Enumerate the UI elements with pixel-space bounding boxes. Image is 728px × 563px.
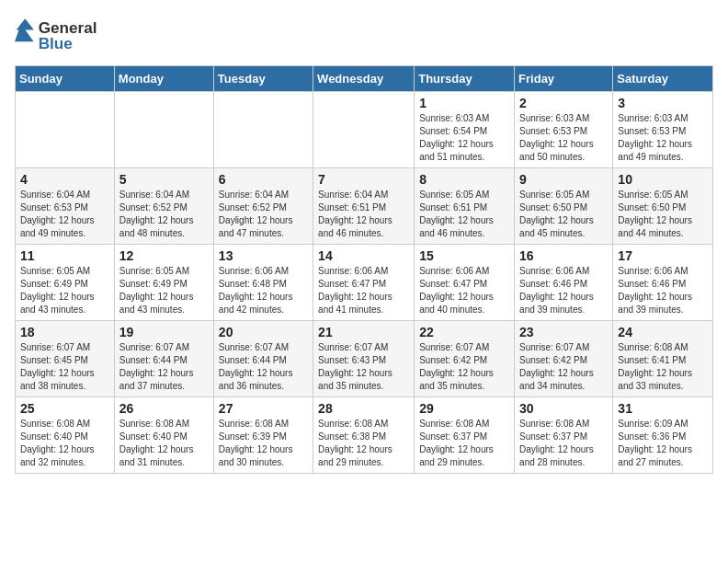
calendar-cell: 5Sunrise: 6:04 AM Sunset: 6:52 PM Daylig… <box>114 168 213 245</box>
calendar-cell: 19Sunrise: 6:07 AM Sunset: 6:44 PM Dayli… <box>114 321 213 397</box>
day-detail: Sunrise: 6:03 AM Sunset: 6:54 PM Dayligh… <box>419 112 509 164</box>
calendar-cell: 2Sunrise: 6:03 AM Sunset: 6:53 PM Daylig… <box>515 92 613 168</box>
calendar-cell: 31Sunrise: 6:09 AM Sunset: 6:36 PM Dayli… <box>613 397 713 474</box>
weekday-header-row: SundayMondayTuesdayWednesdayThursdayFrid… <box>16 66 713 92</box>
day-number: 19 <box>119 325 209 339</box>
week-row-5: 25Sunrise: 6:08 AM Sunset: 6:40 PM Dayli… <box>16 397 713 474</box>
day-detail: Sunrise: 6:04 AM Sunset: 6:52 PM Dayligh… <box>119 189 209 240</box>
day-detail: Sunrise: 6:07 AM Sunset: 6:42 PM Dayligh… <box>519 341 608 393</box>
day-number: 7 <box>318 172 409 187</box>
calendar-cell: 10Sunrise: 6:05 AM Sunset: 6:50 PM Dayli… <box>613 168 713 245</box>
day-detail: Sunrise: 6:04 AM Sunset: 6:51 PM Dayligh… <box>318 189 409 240</box>
day-detail: Sunrise: 6:06 AM Sunset: 6:47 PM Dayligh… <box>419 265 509 316</box>
day-number: 3 <box>618 96 708 110</box>
calendar-cell: 24Sunrise: 6:08 AM Sunset: 6:41 PM Dayli… <box>613 321 713 397</box>
weekday-wednesday: Wednesday <box>313 66 415 92</box>
day-number: 22 <box>419 325 509 339</box>
day-number: 16 <box>519 248 608 263</box>
day-detail: Sunrise: 6:05 AM Sunset: 6:49 PM Dayligh… <box>20 265 109 316</box>
day-detail: Sunrise: 6:07 AM Sunset: 6:44 PM Dayligh… <box>219 341 308 393</box>
day-number: 23 <box>519 325 608 339</box>
logo: General Blue <box>15 15 125 56</box>
day-detail: Sunrise: 6:07 AM Sunset: 6:42 PM Dayligh… <box>419 341 509 393</box>
day-detail: Sunrise: 6:05 AM Sunset: 6:51 PM Dayligh… <box>419 189 509 240</box>
calendar-cell: 9Sunrise: 6:05 AM Sunset: 6:50 PM Daylig… <box>515 168 613 245</box>
day-detail: Sunrise: 6:08 AM Sunset: 6:39 PM Dayligh… <box>219 418 308 469</box>
day-number: 1 <box>419 96 509 110</box>
calendar-cell <box>213 92 313 168</box>
week-row-2: 4Sunrise: 6:04 AM Sunset: 6:53 PM Daylig… <box>16 168 713 245</box>
day-detail: Sunrise: 6:03 AM Sunset: 6:53 PM Dayligh… <box>618 112 708 164</box>
day-detail: Sunrise: 6:06 AM Sunset: 6:48 PM Dayligh… <box>219 265 308 316</box>
day-detail: Sunrise: 6:08 AM Sunset: 6:38 PM Dayligh… <box>318 418 409 469</box>
day-number: 15 <box>419 248 509 263</box>
weekday-sunday: Sunday <box>16 66 115 92</box>
calendar-cell: 3Sunrise: 6:03 AM Sunset: 6:53 PM Daylig… <box>613 92 713 168</box>
calendar-cell: 21Sunrise: 6:07 AM Sunset: 6:43 PM Dayli… <box>313 321 415 397</box>
calendar-cell: 25Sunrise: 6:08 AM Sunset: 6:40 PM Dayli… <box>16 397 115 474</box>
calendar-cell: 18Sunrise: 6:07 AM Sunset: 6:45 PM Dayli… <box>16 321 115 397</box>
calendar-cell: 7Sunrise: 6:04 AM Sunset: 6:51 PM Daylig… <box>313 168 415 245</box>
day-detail: Sunrise: 6:06 AM Sunset: 6:46 PM Dayligh… <box>519 265 608 316</box>
day-number: 11 <box>20 248 109 263</box>
day-detail: Sunrise: 6:05 AM Sunset: 6:49 PM Dayligh… <box>119 265 209 316</box>
day-detail: Sunrise: 6:07 AM Sunset: 6:44 PM Dayligh… <box>119 341 209 393</box>
day-detail: Sunrise: 6:07 AM Sunset: 6:43 PM Dayligh… <box>318 341 409 393</box>
calendar-cell: 28Sunrise: 6:08 AM Sunset: 6:38 PM Dayli… <box>313 397 415 474</box>
calendar-cell: 29Sunrise: 6:08 AM Sunset: 6:37 PM Dayli… <box>415 397 515 474</box>
calendar-cell: 30Sunrise: 6:08 AM Sunset: 6:37 PM Dayli… <box>515 397 613 474</box>
day-number: 6 <box>219 172 308 187</box>
day-detail: Sunrise: 6:06 AM Sunset: 6:47 PM Dayligh… <box>318 265 409 316</box>
calendar-cell: 16Sunrise: 6:06 AM Sunset: 6:46 PM Dayli… <box>515 245 613 321</box>
day-number: 9 <box>519 172 608 187</box>
day-detail: Sunrise: 6:08 AM Sunset: 6:40 PM Dayligh… <box>20 418 109 469</box>
day-number: 24 <box>618 325 708 339</box>
calendar-cell: 6Sunrise: 6:04 AM Sunset: 6:52 PM Daylig… <box>213 168 313 245</box>
calendar-cell: 22Sunrise: 6:07 AM Sunset: 6:42 PM Dayli… <box>415 321 515 397</box>
day-number: 13 <box>219 248 308 263</box>
day-number: 14 <box>318 248 409 263</box>
day-detail: Sunrise: 6:06 AM Sunset: 6:46 PM Dayligh… <box>618 265 708 316</box>
calendar-table: SundayMondayTuesdayWednesdayThursdayFrid… <box>15 65 713 474</box>
day-detail: Sunrise: 6:07 AM Sunset: 6:45 PM Dayligh… <box>20 341 109 393</box>
logo-svg: General Blue <box>15 15 125 56</box>
calendar-cell: 15Sunrise: 6:06 AM Sunset: 6:47 PM Dayli… <box>415 245 515 321</box>
day-detail: Sunrise: 6:08 AM Sunset: 6:41 PM Dayligh… <box>618 341 708 393</box>
day-number: 29 <box>419 401 509 416</box>
calendar-cell: 27Sunrise: 6:08 AM Sunset: 6:39 PM Dayli… <box>213 397 313 474</box>
week-row-3: 11Sunrise: 6:05 AM Sunset: 6:49 PM Dayli… <box>16 245 713 321</box>
calendar-cell: 23Sunrise: 6:07 AM Sunset: 6:42 PM Dayli… <box>515 321 613 397</box>
day-number: 18 <box>20 325 109 339</box>
calendar-cell: 20Sunrise: 6:07 AM Sunset: 6:44 PM Dayli… <box>213 321 313 397</box>
day-number: 31 <box>618 401 708 416</box>
week-row-4: 18Sunrise: 6:07 AM Sunset: 6:45 PM Dayli… <box>16 321 713 397</box>
calendar-cell: 4Sunrise: 6:04 AM Sunset: 6:53 PM Daylig… <box>16 168 115 245</box>
weekday-friday: Friday <box>515 66 613 92</box>
day-number: 26 <box>119 401 209 416</box>
day-detail: Sunrise: 6:09 AM Sunset: 6:36 PM Dayligh… <box>618 418 708 469</box>
weekday-monday: Monday <box>114 66 213 92</box>
day-detail: Sunrise: 6:03 AM Sunset: 6:53 PM Dayligh… <box>519 112 608 164</box>
day-detail: Sunrise: 6:05 AM Sunset: 6:50 PM Dayligh… <box>618 189 708 240</box>
day-number: 12 <box>119 248 209 263</box>
day-number: 4 <box>20 172 109 187</box>
calendar-cell: 12Sunrise: 6:05 AM Sunset: 6:49 PM Dayli… <box>114 245 213 321</box>
calendar-cell: 1Sunrise: 6:03 AM Sunset: 6:54 PM Daylig… <box>415 92 515 168</box>
weekday-saturday: Saturday <box>613 66 713 92</box>
calendar-cell <box>16 92 115 168</box>
day-detail: Sunrise: 6:04 AM Sunset: 6:52 PM Dayligh… <box>219 189 308 240</box>
svg-text:Blue: Blue <box>39 34 73 52</box>
day-number: 27 <box>219 401 308 416</box>
calendar-cell: 13Sunrise: 6:06 AM Sunset: 6:48 PM Dayli… <box>213 245 313 321</box>
calendar-cell <box>313 92 415 168</box>
day-number: 17 <box>618 248 708 263</box>
day-number: 21 <box>318 325 409 339</box>
day-detail: Sunrise: 6:08 AM Sunset: 6:37 PM Dayligh… <box>519 418 608 469</box>
day-number: 20 <box>219 325 308 339</box>
calendar-cell: 11Sunrise: 6:05 AM Sunset: 6:49 PM Dayli… <box>16 245 115 321</box>
calendar-cell: 17Sunrise: 6:06 AM Sunset: 6:46 PM Dayli… <box>613 245 713 321</box>
weekday-thursday: Thursday <box>415 66 515 92</box>
week-row-1: 1Sunrise: 6:03 AM Sunset: 6:54 PM Daylig… <box>16 92 713 168</box>
day-detail: Sunrise: 6:08 AM Sunset: 6:37 PM Dayligh… <box>419 418 509 469</box>
day-number: 30 <box>519 401 608 416</box>
